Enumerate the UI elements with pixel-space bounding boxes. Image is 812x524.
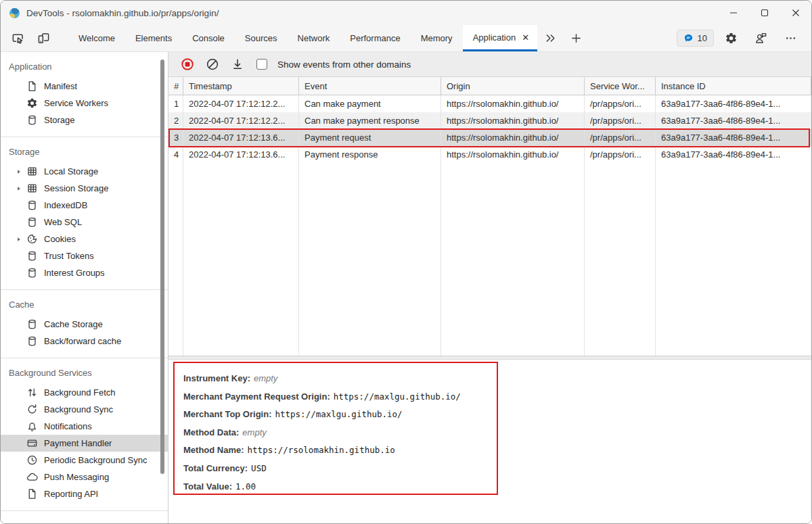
more-tabs-button[interactable] [539, 25, 562, 51]
tab-welcome[interactable]: Welcome [68, 25, 125, 51]
tab-network[interactable]: Network [288, 25, 340, 51]
table-cell-selected[interactable]: 2022-04-07 17:12:13.6... [183, 129, 299, 146]
section-application: Application Manifest Service Workers [1, 52, 168, 137]
table-cell[interactable]: /pr/apps/ori... [585, 146, 656, 163]
application-sidebar: Application Manifest Service Workers [1, 52, 168, 523]
minimize-button[interactable] [718, 1, 749, 25]
column-header-event[interactable]: Event [299, 77, 441, 95]
title-bar: DevTools - rsolomakhin.github.io/pr/apps… [1, 1, 811, 25]
table-cell[interactable]: https://rsolomakhin.github.io/ [441, 146, 585, 163]
chat-bubble-icon [683, 33, 694, 43]
sidebar-item-cache-storage[interactable]: Cache Storage [1, 316, 168, 333]
sidebar-item-storage[interactable]: Storage [1, 112, 168, 128]
table-cell-selected[interactable]: https://rsolomakhin.github.io/ [441, 129, 585, 146]
table-cell[interactable]: /pr/apps/ori... [585, 112, 656, 129]
table-cell[interactable]: /pr/apps/ori... [585, 95, 656, 112]
sidebar-item-session-storage[interactable]: Session Storage [1, 180, 168, 197]
download-events-button[interactable] [227, 54, 248, 74]
expand-arrow-icon[interactable] [12, 185, 26, 192]
table-cell[interactable]: Can make payment response [299, 112, 441, 129]
table-cell[interactable]: 63a9a177-3aa6-4f86-89e4-1... [656, 95, 811, 112]
issues-badge[interactable]: 10 [677, 30, 714, 47]
sidebar-item-local-storage[interactable]: Local Storage [1, 163, 168, 180]
sidebar-item-indexeddb[interactable]: IndexedDB [1, 197, 168, 214]
table-cell-selected[interactable]: Payment request [299, 129, 441, 146]
table-cell[interactable]: 2 [168, 112, 183, 129]
maximize-button[interactable] [749, 1, 780, 25]
sidebar-item-periodic-background-sync[interactable]: Periodic Background Sync [1, 452, 168, 469]
table-cell-selected[interactable]: 63a9a177-3aa6-4f86-89e4-1... [656, 129, 811, 146]
bell-icon [26, 421, 38, 432]
column-header-timestamp[interactable]: Timestamp [183, 77, 299, 95]
devtools-logo-icon [9, 7, 20, 19]
column-header-num[interactable]: # [168, 77, 183, 95]
add-tab-button[interactable] [564, 25, 587, 51]
more-options-button[interactable] [779, 32, 802, 44]
cloud-icon [26, 471, 38, 483]
table-cell[interactable]: Payment response [299, 146, 441, 163]
document-icon [26, 488, 38, 500]
tab-application[interactable]: Application ✕ [463, 25, 538, 51]
database-icon [26, 199, 38, 211]
feedback-button[interactable] [749, 32, 772, 45]
table-cell[interactable]: 63a9a177-3aa6-4f86-89e4-1... [656, 112, 811, 129]
detail-field: Merchant Top Origin:https://maxlgu.githu… [183, 405, 488, 423]
column-header-instance-id[interactable]: Instance ID [656, 77, 811, 95]
database-icon [26, 318, 38, 330]
clear-events-button[interactable] [202, 54, 223, 74]
table-cell[interactable]: 2022-04-07 17:12:13.6... [183, 146, 299, 163]
sidebar-item-background-fetch[interactable]: Background Fetch [1, 384, 168, 401]
expand-arrow-icon[interactable] [12, 236, 26, 243]
devtools-tab-bar: Welcome Elements Console Sources Network… [1, 25, 811, 52]
section-storage: Storage Local Storage Session Storage [1, 137, 168, 290]
events-table: # Timestamp Event Origin Service Wor... … [168, 77, 811, 356]
column-header-origin[interactable]: Origin [441, 77, 585, 95]
database-icon [26, 216, 38, 228]
table-cell[interactable]: 2022-04-07 17:12:12.2... [183, 95, 299, 112]
tab-console[interactable]: Console [182, 25, 235, 51]
minimize-icon [729, 9, 738, 17]
events-toolbar: Show events from other domains [168, 52, 811, 77]
column-header-service-worker[interactable]: Service Wor... [585, 77, 656, 95]
expand-arrow-icon[interactable] [12, 168, 26, 175]
sidebar-item-interest-groups[interactable]: Interest Groups [1, 264, 168, 281]
sidebar-item-web-sql[interactable]: Web SQL [1, 214, 168, 231]
sidebar-item-service-workers[interactable]: Service Workers [1, 95, 168, 112]
tab-close-icon[interactable]: ✕ [522, 33, 529, 42]
sidebar-item-back-forward-cache[interactable]: Back/forward cache [1, 333, 168, 350]
table-cell-selected[interactable]: /pr/apps/ori... [585, 129, 656, 146]
table-cell-selected[interactable]: 3 [168, 129, 183, 146]
tab-sources[interactable]: Sources [235, 25, 288, 51]
section-title: Background Services [1, 368, 168, 384]
table-cell[interactable]: 2022-04-07 17:12:12.2... [183, 112, 299, 129]
sidebar-item-payment-handler[interactable]: Payment Handler [1, 435, 168, 452]
tab-performance[interactable]: Performance [340, 25, 410, 51]
tab-memory[interactable]: Memory [411, 25, 463, 51]
sidebar-scrollbar[interactable] [160, 59, 164, 474]
window-title: DevTools - rsolomakhin.github.io/pr/apps… [26, 8, 219, 18]
sidebar-item-cookies[interactable]: Cookies [1, 231, 168, 247]
show-other-domains-checkbox[interactable] [256, 59, 267, 70]
table-icon [26, 166, 38, 177]
inspect-element-button[interactable] [6, 25, 29, 51]
sidebar-item-push-messaging[interactable]: Push Messaging [1, 469, 168, 485]
table-cell[interactable]: 1 [168, 95, 183, 112]
sidebar-item-reporting-api[interactable]: Reporting API [1, 485, 168, 502]
sidebar-item-background-sync[interactable]: Background Sync [1, 401, 168, 418]
table-cell[interactable]: https://rsolomakhin.github.io/ [441, 112, 585, 129]
chevron-double-right-icon [545, 32, 556, 44]
sidebar-item-notifications[interactable]: Notifications [1, 418, 168, 435]
record-events-button[interactable] [177, 54, 198, 74]
sidebar-item-manifest[interactable]: Manifest [1, 78, 168, 95]
table-cell[interactable]: 4 [168, 146, 183, 163]
table-cell[interactable]: Can make payment [299, 95, 441, 112]
device-toolbar-button[interactable] [32, 25, 55, 51]
table-cell[interactable]: 63a9a177-3aa6-4f86-89e4-1... [656, 146, 811, 163]
settings-button[interactable] [719, 32, 742, 45]
sidebar-item-trust-tokens[interactable]: Trust Tokens [1, 247, 168, 264]
devtools-window: DevTools - rsolomakhin.github.io/pr/apps… [0, 0, 812, 524]
tab-elements[interactable]: Elements [125, 25, 182, 51]
table-cell[interactable]: https://rsolomakhin.github.io/ [441, 95, 585, 112]
inspect-icon [12, 32, 24, 45]
close-button[interactable] [780, 1, 811, 25]
